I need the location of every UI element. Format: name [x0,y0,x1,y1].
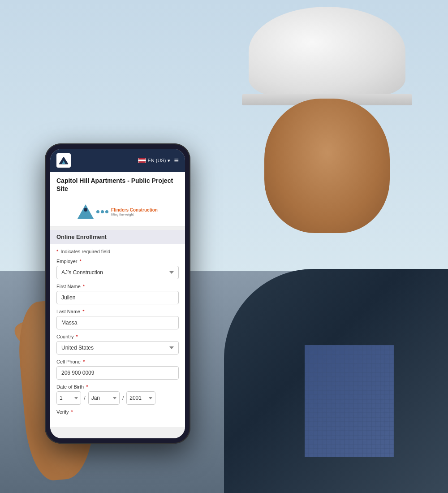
country-label: Country * [56,334,179,339]
required-note-text: Indicates required field [60,249,110,254]
last-name-input[interactable] [56,316,179,329]
hamburger-menu-icon[interactable]: ≡ [174,156,179,165]
dob-label: Date of Birth * [56,384,179,389]
worker-shirt [305,345,394,457]
employer-group: Employer * AJ's Construction Other Emplo… [56,259,179,279]
required-asterisk: * [56,249,58,254]
enrollment-form: Online Enrollment * Indicates required f… [50,230,185,427]
language-selector[interactable]: EN (US) ▾ [138,158,171,164]
company-tagline: lifting the weight [111,213,158,216]
required-note: * Indicates required field [56,249,179,254]
form-title: Online Enrollment [56,234,107,240]
country-group: Country * United States Canada Mexico [56,334,179,355]
form-body: * Indicates required field Employer * AJ… [50,244,185,427]
country-select[interactable]: United States Canada Mexico [56,341,179,355]
dob-day-select[interactable]: 1 2 3 [56,391,81,405]
first-name-group: First Name * [56,284,179,304]
company-name-part2: Construction [130,208,158,212]
chevron-down-icon: ▾ [168,158,170,164]
dob-separator-1: / [84,395,86,402]
form-area: Flinders Construction lifting the weight… [50,197,185,438]
cell-phone-group: Cell Phone * [56,359,179,380]
header-right: EN (US) ▾ ≡ [138,156,179,165]
phone-device: EN (US) ▾ ≡ Capitol Hill Apartments - Pu… [45,143,190,444]
first-name-input[interactable] [56,291,179,304]
first-name-required: * [83,284,85,289]
company-logo-area: Flinders Construction lifting the weight [50,197,185,226]
last-name-group: Last Name * [56,309,179,329]
verify-group: Verify * [56,409,179,418]
company-name-part1: Flinders [111,208,129,212]
cell-phone-required: * [83,359,85,364]
app-logo [56,153,71,168]
company-logo: Flinders Construction lifting the weight [78,204,158,219]
dob-month-select[interactable]: Jan Feb Mar [88,391,120,405]
logo-triangle [78,204,94,219]
project-title: Capitol Hill Apartments - Public Project… [56,177,179,193]
dob-selects: 1 2 3 / Jan Feb Mar / [56,391,179,405]
worker-face [264,99,390,233]
company-name-area: Flinders Construction lifting the weight [111,208,158,216]
dob-separator-2: / [122,395,124,402]
phone-screen: EN (US) ▾ ≡ Capitol Hill Apartments - Pu… [50,149,185,438]
verify-label: Verify * [56,409,179,418]
cell-phone-label: Cell Phone * [56,359,179,364]
app-header: EN (US) ▾ ≡ [50,149,185,172]
project-title-area: Capitol Hill Apartments - Public Project… [50,172,185,197]
form-section-header: Online Enrollment [50,230,185,244]
country-required: * [76,334,78,339]
last-name-label: Last Name * [56,309,179,314]
logo-dots [96,210,108,213]
last-name-required: * [82,309,84,314]
dob-group: Date of Birth * 1 2 3 / [56,384,179,405]
employer-label: Employer * [56,259,179,264]
helmet-decoration [249,7,412,105]
dob-year-select[interactable]: 2001 2000 1999 [126,391,155,405]
phone-body: EN (US) ▾ ≡ Capitol Hill Apartments - Pu… [45,143,190,444]
cell-phone-input[interactable] [56,366,179,380]
first-name-label: First Name * [56,284,179,289]
company-name: Flinders Construction [111,208,158,213]
dob-required: * [86,384,88,389]
employer-required: * [80,259,82,264]
language-label: EN (US) [148,158,166,163]
employer-select[interactable]: AJ's Construction Other Employer [56,266,179,279]
flag-icon [138,158,146,163]
verify-required: * [71,409,73,415]
